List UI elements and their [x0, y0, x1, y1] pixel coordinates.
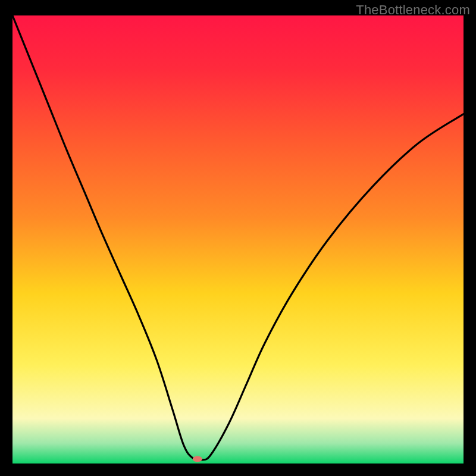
optimal-marker — [193, 456, 202, 462]
chart-frame: TheBottleneck.com — [0, 0, 476, 476]
chart-svg — [12, 15, 464, 464]
plot-area — [12, 15, 464, 464]
gradient-background — [12, 15, 464, 464]
